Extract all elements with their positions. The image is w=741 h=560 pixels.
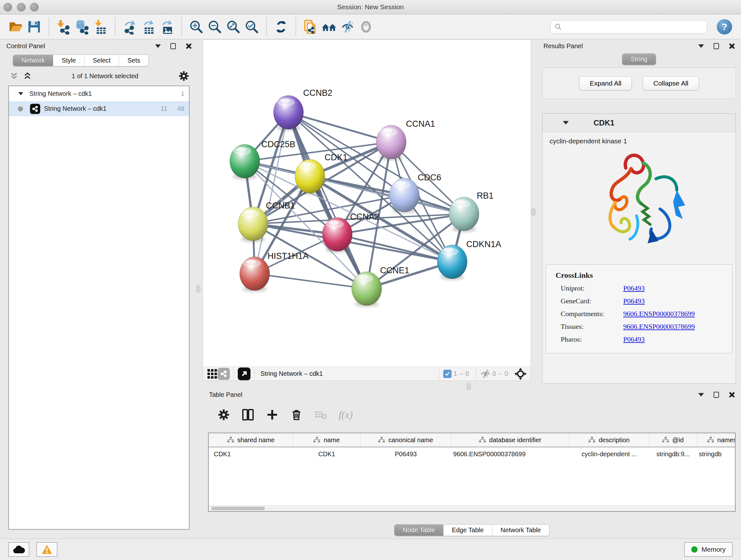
column-header-namespace[interactable]: namespace xyxy=(697,433,736,447)
node-label-HIST1H1A: HIST1H1A xyxy=(267,251,309,261)
minimize-window-button[interactable] xyxy=(17,3,25,11)
hidden-eye-icon[interactable] xyxy=(480,369,491,379)
zoom-in-icon[interactable] xyxy=(187,17,205,37)
splitter-handle-bottom[interactable] xyxy=(467,382,471,390)
search-box[interactable] xyxy=(550,20,707,34)
zoom-out-icon[interactable] xyxy=(205,17,224,37)
column-header-description[interactable]: description xyxy=(569,433,649,447)
tree-expand-icon[interactable] xyxy=(18,92,23,95)
tab-string[interactable]: String xyxy=(622,54,656,65)
zoom-window-button[interactable] xyxy=(30,3,39,11)
save-session-icon[interactable] xyxy=(25,17,44,37)
node-table[interactable]: shared namenamecanonical namedatabase id… xyxy=(208,433,736,512)
collapse-all-icon[interactable] xyxy=(10,72,18,80)
results-entry-header[interactable]: CDK1 xyxy=(542,114,736,132)
tab-sets[interactable]: Sets xyxy=(119,55,148,66)
open-file-icon[interactable] xyxy=(6,17,25,37)
edge-CCNB2-CCNE1[interactable] xyxy=(288,112,367,289)
import-network-database-icon[interactable] xyxy=(73,17,91,37)
panel-menu-icon[interactable] xyxy=(155,44,161,48)
tab-node-table[interactable]: Node Table xyxy=(394,524,443,536)
entry-expand-icon[interactable] xyxy=(563,121,569,125)
show-columns-icon[interactable] xyxy=(242,408,254,421)
show-preview-icon[interactable] xyxy=(357,17,375,37)
toolbar-separator xyxy=(476,369,476,379)
delete-column-icon[interactable] xyxy=(290,408,303,421)
scrollbar-thumb[interactable] xyxy=(211,507,265,510)
selected-checkbox-icon[interactable] xyxy=(443,370,452,378)
close-window-button[interactable] xyxy=(3,3,12,11)
crosslink-link[interactable]: 9606.ENSP00000378699 xyxy=(623,322,695,331)
network-tree-item[interactable]: String Network – cdk1 11 48 xyxy=(9,101,189,116)
warnings-button[interactable] xyxy=(37,542,57,557)
horizontal-scrollbar[interactable] xyxy=(209,505,735,511)
close-panel-icon[interactable] xyxy=(729,392,735,398)
table-cell: P06493 xyxy=(360,450,451,458)
tab-network-table[interactable]: Network Table xyxy=(492,524,549,536)
duplicate-network-icon[interactable] xyxy=(301,17,320,37)
network-graph-canvas[interactable]: CCNB2CCNA1CDC25BCDK1CDC6RB1CCNB1CCNA2CDK… xyxy=(203,40,531,367)
toolbar-separator xyxy=(254,369,255,379)
node-label-CDC6: CDC6 xyxy=(418,173,441,182)
cloud-services-button[interactable] xyxy=(8,542,29,557)
float-panel-icon[interactable] xyxy=(714,392,719,398)
close-panel-icon[interactable] xyxy=(185,43,192,49)
splitter-handle-right[interactable] xyxy=(531,208,536,216)
export-image-icon[interactable] xyxy=(158,17,176,37)
network-view-icon[interactable] xyxy=(218,368,230,380)
edge-CCNB2-HIST1H1A[interactable] xyxy=(255,112,288,273)
birds-eye-view-icon[interactable] xyxy=(238,368,251,380)
panel-menu-icon[interactable] xyxy=(698,44,704,48)
column-header-canonical-name[interactable]: canonical name xyxy=(360,433,451,447)
column-header-database-identifier[interactable]: database identifier xyxy=(451,433,569,447)
float-panel-icon[interactable] xyxy=(171,43,176,49)
gear-icon[interactable] xyxy=(178,70,190,82)
close-panel-icon[interactable] xyxy=(729,43,735,49)
zoom-selected-icon[interactable] xyxy=(243,17,261,37)
import-network-file-icon[interactable] xyxy=(54,17,73,37)
zoom-fit-icon[interactable] xyxy=(224,17,243,37)
tab-network[interactable]: Network xyxy=(13,55,53,66)
crosslink-link[interactable]: 9606.ENSP00000378699 xyxy=(623,310,695,318)
table-row[interactable]: CDK1CDK1P064939606.ENSP00000378699cyclin… xyxy=(209,447,735,461)
import-table-file-icon[interactable] xyxy=(91,17,110,37)
fit-content-crosshair-icon[interactable] xyxy=(514,368,527,380)
network-view[interactable]: CCNB2CCNA1CDC25BCDK1CDC6RB1CCNB1CCNA2CDK… xyxy=(203,39,531,381)
grid-view-icon[interactable] xyxy=(207,368,218,379)
splitter-handle-left[interactable] xyxy=(196,285,200,293)
refresh-network-icon[interactable] xyxy=(272,17,290,37)
add-column-icon[interactable] xyxy=(266,408,279,421)
table-settings-gear-icon[interactable] xyxy=(217,408,230,421)
tab-style[interactable]: Style xyxy=(53,55,84,66)
results-entry: CDK1 cyclin-dependent kinase 1 xyxy=(542,113,736,383)
edge-count: 48 xyxy=(167,105,185,112)
memory-button[interactable]: Memory xyxy=(684,542,733,557)
memory-status-dot xyxy=(691,546,697,553)
search-input[interactable] xyxy=(562,23,703,30)
expand-all-icon[interactable] xyxy=(23,72,32,80)
collapse-all-button[interactable]: Collapse All xyxy=(643,76,699,90)
tab-edge-table[interactable]: Edge Table xyxy=(443,524,492,536)
delete-table-icon[interactable] xyxy=(314,408,327,421)
table-panel: Table Panel f(x) shared namenamecanonica… xyxy=(203,388,741,539)
memory-label: Memory xyxy=(701,546,726,553)
network-tree-root[interactable]: String Network – cdk1 1 xyxy=(9,86,189,101)
string-houses-icon[interactable] xyxy=(320,17,338,37)
export-table-icon[interactable] xyxy=(139,17,158,37)
tab-select[interactable]: Select xyxy=(84,55,119,66)
crosslink-link[interactable]: P06493 xyxy=(623,284,645,293)
crosslink-link[interactable]: P06493 xyxy=(623,297,645,305)
hidden-counts: 0 – 0 xyxy=(493,370,509,377)
help-button[interactable]: ? xyxy=(717,19,732,35)
function-builder-icon[interactable]: f(x) xyxy=(339,409,353,421)
column-header--id[interactable]: @id xyxy=(649,433,697,447)
crosslink-link[interactable]: P06493 xyxy=(623,335,645,344)
edge-CCNE1-HIST1H1A[interactable] xyxy=(255,273,367,289)
panel-menu-icon[interactable] xyxy=(698,393,704,396)
column-header-name[interactable]: name xyxy=(293,433,360,447)
column-header-shared-name[interactable]: shared name xyxy=(209,433,293,447)
export-network-icon[interactable] xyxy=(121,17,139,37)
expand-all-button[interactable]: Expand All xyxy=(579,76,632,90)
float-panel-icon[interactable] xyxy=(714,43,719,49)
hide-visibility-icon[interactable] xyxy=(338,17,357,37)
